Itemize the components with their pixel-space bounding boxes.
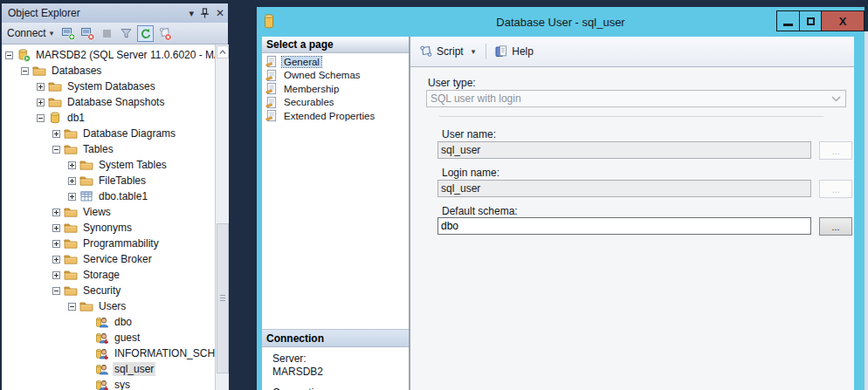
script-dropdown-icon[interactable]: ▾	[469, 47, 479, 56]
tree-item-label: guest	[113, 331, 141, 345]
tree-item-label: Programmability	[81, 236, 161, 250]
server-icon	[17, 48, 31, 62]
collapse-icon[interactable]	[68, 303, 76, 311]
tree-item-synonyms[interactable]: Synonyms	[2, 220, 215, 236]
connect-button[interactable]: Connect ▾	[7, 27, 53, 39]
expand-icon[interactable]	[68, 161, 76, 169]
tree-item-sys[interactable]: sys	[2, 377, 215, 390]
user-icon	[95, 362, 109, 376]
collapse-icon[interactable]	[52, 146, 60, 154]
dialog-titlebar[interactable]: Database User - sql_user X	[257, 7, 865, 37]
refresh-icon[interactable]	[137, 25, 154, 42]
tree-item-users[interactable]: Users	[2, 298, 215, 314]
default-schema-label: Default schema:	[442, 205, 518, 217]
user-name-label: User name:	[442, 128, 496, 140]
expand-icon[interactable]	[37, 83, 45, 91]
tree-item-label: MARSDB2 (SQL Server 11.0.6020 - MARSD	[34, 48, 215, 62]
tree-item-dbo[interactable]: dbo	[2, 314, 215, 330]
page-item-owned-schemas[interactable]: Owned Schemas	[262, 69, 409, 83]
page-item-membership[interactable]: Membership	[262, 82, 409, 96]
tree-item-label: sql_user	[113, 362, 155, 376]
user-type-label: User type:	[428, 77, 476, 89]
tree-item-databases[interactable]: Databases	[2, 63, 215, 79]
database-user-dialog: Database User - sql_user X Select a page…	[257, 7, 865, 390]
tree-item-database-diagrams[interactable]: Database Diagrams	[2, 126, 215, 141]
help-button[interactable]: Help	[494, 44, 534, 58]
tree-item-db1[interactable]: db1	[2, 110, 215, 126]
minimize-icon	[783, 24, 793, 26]
object-explorer-title: Object Explorer	[8, 7, 189, 19]
default-schema-browse-button[interactable]: ...	[819, 217, 852, 236]
tree-item-information-schem[interactable]: INFORMATION_SCHEM	[2, 346, 215, 361]
expand-icon[interactable]	[52, 224, 60, 232]
page-list: GeneralOwned SchemasMembershipSecurables…	[262, 53, 409, 123]
expand-icon[interactable]	[52, 271, 60, 279]
object-explorer-tree: MARSDB2 (SQL Server 11.0.6020 - MARSDDat…	[2, 44, 215, 390]
tree-item-filetables[interactable]: FileTables	[2, 173, 215, 188]
close-button[interactable]: X	[821, 10, 865, 31]
collapse-icon[interactable]	[21, 67, 29, 75]
tree-item-label: dbo	[113, 315, 134, 329]
expand-icon[interactable]	[68, 177, 76, 185]
expand-icon[interactable]	[52, 209, 60, 216]
object-explorer-scrollbar[interactable]	[215, 44, 229, 390]
tree-item-label: FileTables	[97, 174, 148, 188]
tree-item-label: Database Diagrams	[81, 127, 177, 140]
user-name-input	[437, 141, 811, 159]
collapse-icon[interactable]	[52, 287, 60, 295]
database-icon	[263, 13, 275, 32]
tree-item-system-tables[interactable]: System Tables	[2, 157, 215, 173]
tree-item-guest[interactable]: guest	[2, 330, 215, 346]
folder-icon	[64, 252, 78, 266]
page-icon	[265, 55, 278, 68]
scrollbar-thumb[interactable]	[217, 223, 229, 373]
filter-icon[interactable]	[118, 25, 134, 42]
tree-item-sql-user[interactable]: sql_user	[2, 361, 215, 377]
tree-item-marsdb2-sql-server-11-0-6020-marsd[interactable]: MARSDB2 (SQL Server 11.0.6020 - MARSD	[2, 47, 215, 63]
collapse-icon[interactable]	[37, 114, 45, 122]
close-icon[interactable]: ✕	[216, 8, 224, 18]
scroll-up-button[interactable]	[217, 45, 229, 58]
expand-icon[interactable]	[52, 240, 60, 248]
page-item-label: Extended Properties	[282, 111, 376, 121]
connect-button-label: Connect	[7, 27, 46, 39]
object-explorer-panel: Object Explorer ▾ ✕ Connect ▾	[0, 0, 230, 390]
tree-item-tables[interactable]: Tables	[2, 141, 215, 157]
page-icon	[265, 96, 278, 109]
maximize-button[interactable]	[799, 10, 822, 31]
tree-item-dbo-table1[interactable]: dbo.table1	[2, 188, 215, 204]
tree-item-storage[interactable]: Storage	[2, 267, 215, 283]
collapse-icon[interactable]	[5, 51, 13, 59]
disconnect-server-icon[interactable]	[79, 25, 96, 42]
tree-item-label: Users	[97, 299, 127, 313]
tree-item-programmability[interactable]: Programmability	[2, 236, 215, 251]
connect-server-icon[interactable]	[60, 25, 77, 42]
script-icon	[418, 44, 433, 58]
tree-item-system-databases[interactable]: System Databases	[2, 79, 215, 94]
expand-icon[interactable]	[52, 256, 60, 263]
tree-item-label: db1	[65, 111, 86, 125]
pin-icon[interactable]	[200, 8, 210, 18]
connection-section: Connection Server: MARSDB2 Connection:	[262, 329, 409, 390]
page-item-general[interactable]: General	[262, 55, 409, 69]
expand-icon[interactable]	[68, 193, 76, 201]
tree-item-service-broker[interactable]: Service Broker	[2, 251, 215, 267]
object-explorer-titlebar[interactable]: Object Explorer ▾ ✕	[2, 3, 228, 23]
default-schema-input[interactable]	[437, 217, 811, 235]
tree-item-database-snapshots[interactable]: Database Snapshots	[2, 94, 215, 110]
minimize-button[interactable]	[776, 10, 800, 31]
tree-item-security[interactable]: Security	[2, 283, 215, 298]
user-name-browse-button: ...	[819, 141, 852, 160]
page-item-securables[interactable]: Securables	[262, 96, 409, 110]
script-button[interactable]: Script	[418, 44, 464, 58]
tree-item-views[interactable]: Views	[2, 204, 215, 220]
expand-icon[interactable]	[37, 99, 45, 106]
database-icon	[48, 111, 62, 125]
window-position-menu-icon[interactable]: ▾	[189, 9, 194, 18]
expand-icon[interactable]	[52, 130, 60, 138]
page-item-extended-properties[interactable]: Extended Properties	[262, 109, 409, 123]
dialog-title: Database User - sql_user	[257, 16, 865, 29]
folder-icon	[64, 221, 78, 235]
script-error-icon[interactable]	[156, 25, 173, 42]
folder-icon	[64, 284, 78, 298]
